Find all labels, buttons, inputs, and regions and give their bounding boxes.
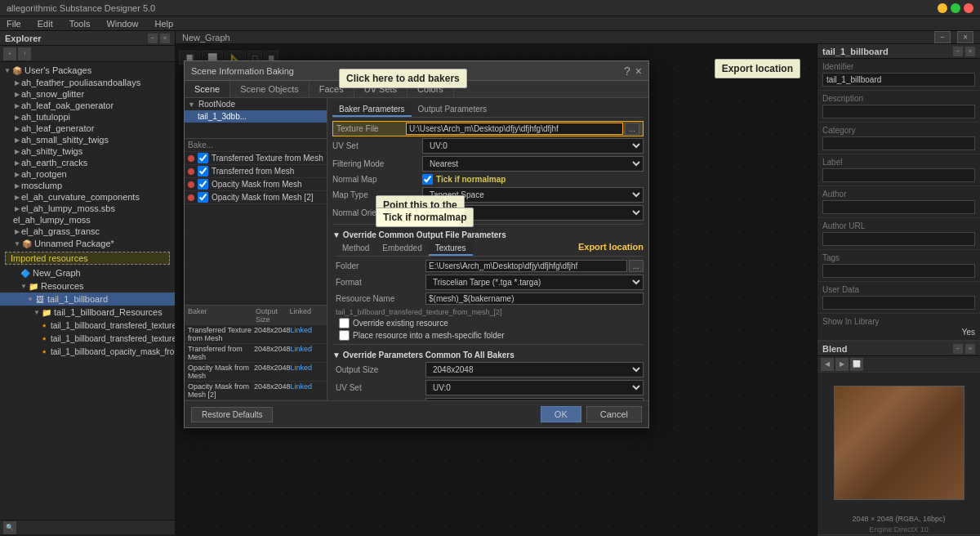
folder-input[interactable] bbox=[425, 260, 627, 272]
menu-edit[interactable]: Edit bbox=[34, 19, 56, 29]
format-select[interactable]: Triscelian Tarpe (*.tga *.targa) bbox=[425, 275, 644, 290]
description-input[interactable] bbox=[822, 105, 975, 118]
label-input[interactable] bbox=[822, 168, 975, 182]
tree-item-snow[interactable]: ▶ ah_snow_glitter bbox=[0, 88, 175, 100]
modal-tab-scene[interactable]: Scene bbox=[185, 81, 230, 97]
explorer-close-button[interactable]: × bbox=[160, 34, 170, 43]
tree-item-twigs[interactable]: ▶ ah_shitty_twigs bbox=[0, 145, 175, 157]
tree-item-tutu[interactable]: ▶ ah_tutuloppi bbox=[0, 111, 175, 123]
tree-item-curvature[interactable]: ▶ el_ah_curvature_components bbox=[0, 191, 175, 203]
map-type-select[interactable]: Tangent Space bbox=[422, 187, 644, 203]
tab-output-params[interactable]: Output Parameters bbox=[412, 103, 493, 117]
tags-input[interactable] bbox=[822, 264, 975, 278]
tree-item-small-twigs[interactable]: ▶ ah_small_shitty_twigs bbox=[0, 134, 175, 145]
menu-file[interactable]: File bbox=[3, 19, 24, 29]
modal-tab-objects[interactable]: Scene Objects bbox=[230, 81, 310, 97]
dilation-width-input[interactable] bbox=[425, 398, 644, 400]
tree-item-unnamed-pkg[interactable]: ▼ 📦 Unnamed Package* bbox=[0, 237, 175, 250]
modal-title-bar: Scene Information Baking ? × bbox=[185, 61, 648, 81]
center-pin-button[interactable]: − bbox=[934, 31, 951, 43]
explorer-pin-button[interactable]: − bbox=[148, 34, 158, 43]
uv-set-common-select[interactable]: UV:0 bbox=[425, 380, 644, 395]
explorer-toolbar-btn1[interactable]: + bbox=[3, 47, 16, 60]
override-existing-checkbox[interactable] bbox=[339, 318, 350, 328]
normal-map-checkbox[interactable] bbox=[422, 174, 433, 185]
output-size-select[interactable]: 2048x2048 bbox=[425, 362, 644, 377]
modal-help-button[interactable]: ? bbox=[624, 65, 630, 78]
texture-file-browse-button[interactable]: ... bbox=[625, 123, 639, 135]
tree-item-leaf-oak[interactable]: ▶ ah_leaf_oak_generator bbox=[0, 100, 175, 111]
blend-toolbar-btn3[interactable]: ⬜ bbox=[850, 358, 863, 371]
tree-item-transferred-tex[interactable]: 🔸 tail_1_billboard_transfered_texture_fr… bbox=[0, 319, 175, 332]
menu-tools[interactable]: Tools bbox=[66, 19, 94, 29]
ok-button[interactable]: OK bbox=[541, 406, 581, 422]
modal-tab-faces[interactable]: Faces bbox=[310, 81, 354, 97]
override-common-params-header[interactable]: ▼ Override Parameters Common To All Bake… bbox=[332, 348, 644, 362]
properties-close-button[interactable]: × bbox=[965, 47, 975, 56]
normalmap-hint-label: Tick if normalmap bbox=[436, 175, 506, 184]
properties-pin-button[interactable]: − bbox=[953, 47, 963, 56]
texture-file-input[interactable] bbox=[406, 123, 623, 135]
author-input[interactable] bbox=[822, 200, 975, 214]
menu-window[interactable]: Window bbox=[103, 19, 141, 29]
tree-item-transferred-tex2[interactable]: 🔸 tail_1_billboard_transfered_texture_fr… bbox=[0, 332, 175, 345]
tree-item-rootgen[interactable]: ▶ ah_rootgen bbox=[0, 168, 175, 180]
tree-item-lumpy-moss[interactable]: ▶ el_ah_lumpy_moss.sbs bbox=[0, 203, 175, 214]
folder-browse-button[interactable]: ... bbox=[629, 260, 644, 272]
close-button[interactable] bbox=[964, 3, 973, 13]
tree-item-lumpy-moss2[interactable]: el_ah_lumpy_moss bbox=[0, 214, 175, 226]
tree-item-billboard-resources[interactable]: ▼ 📁 tail_1_billboard_Resources bbox=[0, 306, 175, 319]
category-input[interactable] bbox=[822, 136, 975, 150]
center-close-button[interactable]: × bbox=[957, 31, 973, 43]
baker-row-3[interactable]: Opacity Mask from Mesh bbox=[185, 178, 327, 191]
filtering-mode-select[interactable]: Nearest bbox=[422, 156, 644, 172]
blend-close-button[interactable]: × bbox=[965, 344, 975, 354]
tree-item-mosclump[interactable]: ▶ mosclump bbox=[0, 180, 175, 191]
modal-tab-colors[interactable]: Colors bbox=[408, 81, 454, 97]
tree-item-new-graph[interactable]: 🔷 New_Graph bbox=[0, 266, 175, 279]
maximize-button[interactable] bbox=[951, 3, 960, 13]
tree-item-opacity-mask[interactable]: 🔸 tail_1_billboard_opacity_mask_from_mes… bbox=[0, 345, 175, 358]
export-location-label: Export location bbox=[578, 242, 644, 256]
author-url-input[interactable] bbox=[822, 232, 975, 246]
baker-checkbox-1[interactable] bbox=[198, 153, 208, 163]
baker-checkbox-3[interactable] bbox=[198, 179, 208, 190]
resource-name-input[interactable] bbox=[425, 293, 644, 305]
explorer-bottom-btn[interactable]: 🔍 bbox=[3, 521, 16, 534]
modal-tab-uvsets[interactable]: UV Sets bbox=[354, 81, 408, 97]
method-tab-embedded[interactable]: Embedded bbox=[376, 242, 428, 256]
tab-baker-params[interactable]: Baker Parameters bbox=[332, 103, 412, 117]
baker-checkbox-4[interactable] bbox=[198, 192, 208, 203]
normal-orientation-select[interactable]: DirectX bbox=[422, 205, 644, 221]
tree-item-feather[interactable]: ▶ ah_feather_pouliasandoallays bbox=[0, 77, 175, 88]
user-packages-header[interactable]: ▼ 📦 User's Packages bbox=[0, 64, 175, 77]
blend-toolbar-btn2[interactable]: ▶ bbox=[835, 358, 849, 371]
restore-defaults-button[interactable]: Restore Defaults bbox=[191, 407, 273, 422]
baker-row-4[interactable]: Opacity Mask from Mesh [2] bbox=[185, 191, 327, 204]
blend-toolbar-btn1[interactable]: ◀ bbox=[821, 358, 834, 371]
tree-item-grass-transc[interactable]: ▶ el_ah_grass_transc bbox=[0, 226, 175, 237]
tree-item-resources[interactable]: ▼ 📁 Resources bbox=[0, 279, 175, 293]
baker-checkbox-2[interactable] bbox=[198, 166, 208, 176]
place-resource-checkbox[interactable] bbox=[339, 330, 350, 341]
leaf-icon: ▶ bbox=[13, 136, 21, 144]
baker-row-2[interactable]: Transferred from Mesh bbox=[185, 165, 327, 178]
identifier-input[interactable] bbox=[822, 73, 975, 87]
tree-item-leaf-gen[interactable]: ▶ ah_leaf_generator bbox=[0, 123, 175, 134]
blend-pin-button[interactable]: − bbox=[953, 344, 963, 354]
override-common-header[interactable]: ▼ Override Common Output File Parameters bbox=[332, 228, 644, 242]
tree-item-billboard[interactable]: ▼ 🖼 tail_1_billboard bbox=[0, 293, 175, 306]
method-tab-textures[interactable]: Textures bbox=[429, 242, 473, 256]
explorer-toolbar-btn2[interactable]: ↑ bbox=[18, 47, 31, 60]
modal-close-button[interactable]: × bbox=[635, 65, 642, 78]
cancel-button[interactable]: Cancel bbox=[586, 406, 642, 422]
user-data-input[interactable] bbox=[822, 296, 975, 310]
menu-help[interactable]: Help bbox=[152, 19, 177, 29]
tree-item-earth[interactable]: ▶ ah_earth_cracks bbox=[0, 157, 175, 168]
baker-row-1[interactable]: Transferred Texture from Mesh bbox=[185, 152, 327, 165]
scene-item-rootnode[interactable]: ▼ RootNode bbox=[185, 98, 327, 110]
method-tab-method[interactable]: Method bbox=[336, 242, 376, 256]
scene-item-billboard[interactable]: tail_1_3dbb... bbox=[185, 110, 327, 123]
minimize-button[interactable] bbox=[938, 3, 947, 13]
uv-set-select[interactable]: UV:0 bbox=[422, 138, 644, 154]
